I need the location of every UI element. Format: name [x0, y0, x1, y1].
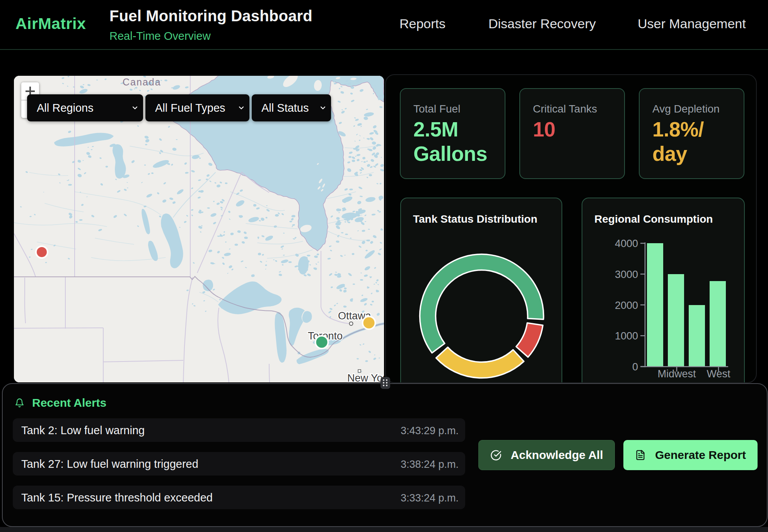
- svg-text:4000: 4000: [615, 238, 638, 249]
- svg-text:0: 0: [632, 361, 638, 373]
- svg-text:3000: 3000: [615, 269, 638, 280]
- svg-text:1000: 1000: [615, 330, 638, 342]
- svg-text:New York: New York: [347, 372, 384, 382]
- svg-text:Midwest: Midwest: [657, 368, 696, 380]
- svg-text:West: West: [707, 368, 730, 380]
- svg-text:2000: 2000: [615, 300, 638, 311]
- svg-text:Canada: Canada: [123, 77, 161, 87]
